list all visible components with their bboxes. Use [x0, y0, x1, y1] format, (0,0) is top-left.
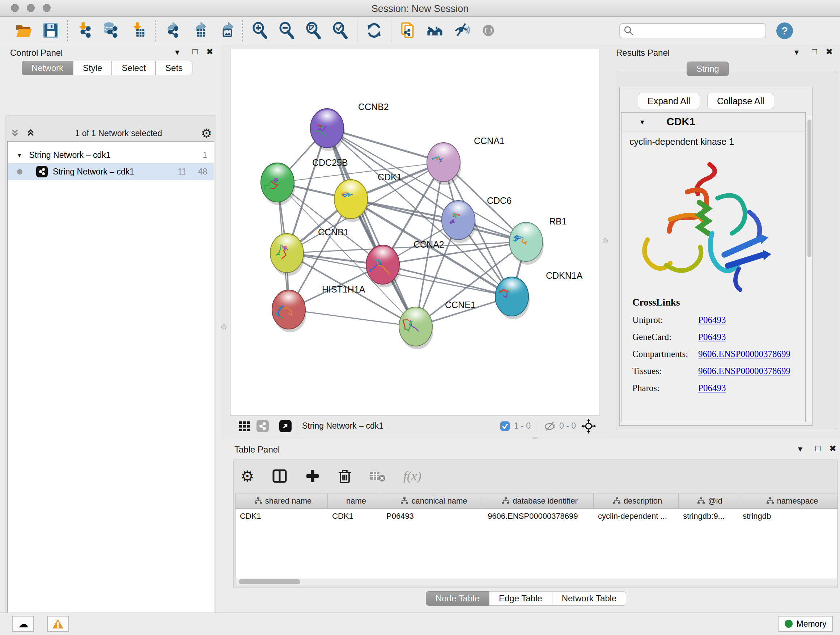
gene-collapse-icon[interactable]: ▾	[640, 118, 644, 126]
zoom-fit-content-icon[interactable]	[304, 21, 323, 40]
node-gloss	[403, 309, 428, 327]
zoom-in-icon[interactable]	[250, 21, 269, 40]
refresh-view-icon[interactable]	[365, 21, 384, 40]
cell-namespace[interactable]: stringdb	[738, 509, 838, 524]
export-image-icon[interactable]	[216, 21, 235, 40]
tab-network[interactable]: Network	[22, 61, 73, 75]
import-table-from-file-icon[interactable]	[129, 21, 148, 40]
tab-node-table[interactable]: Node Table	[426, 591, 489, 606]
table-panel-close-icon[interactable]: ✖	[829, 443, 836, 454]
crosslink-link[interactable]: P06493	[698, 332, 726, 342]
network-row[interactable]: String Network – cdk1 11 48	[8, 163, 214, 180]
copy-visual-style-icon[interactable]	[399, 21, 417, 40]
cell-database-identifier[interactable]: 9606.ENSP00000378699	[483, 509, 594, 524]
search-box[interactable]	[619, 23, 766, 38]
column-header-@id[interactable]: @id	[679, 494, 738, 508]
warnings-button[interactable]	[47, 616, 69, 632]
network-badge-gray-icon[interactable]	[256, 420, 269, 432]
crosslink-row: Uniprot:P06493	[632, 315, 805, 325]
results-scrollbar-thumb[interactable]	[807, 119, 812, 257]
search-input[interactable]	[634, 26, 757, 35]
cell-name[interactable]: CDK1	[328, 509, 382, 524]
fit-selected-crosshair-icon[interactable]	[581, 418, 596, 434]
open-in-new-window-icon[interactable]	[279, 420, 292, 432]
table-panel-float-icon[interactable]: □	[815, 443, 821, 453]
cell-description[interactable]: cyclin-dependent ...	[594, 509, 679, 524]
control-panel-collapse-icon[interactable]: ▾	[175, 47, 180, 57]
export-network-icon[interactable]	[163, 21, 182, 40]
node-gloss	[275, 235, 299, 254]
string-network-badge-icon	[36, 166, 48, 177]
control-panel-title: Control Panel	[10, 48, 63, 58]
save-session-icon[interactable]	[41, 21, 60, 40]
results-panel-close-icon[interactable]: ✖	[826, 47, 833, 57]
table-hscrollbar-thumb[interactable]	[239, 579, 300, 584]
hidden-eye-slash-icon[interactable]	[543, 421, 556, 432]
crosslink-label: GeneCard:	[632, 332, 698, 342]
crosslink-link[interactable]: 9606.ENSP00000378699	[698, 366, 790, 376]
add-column-icon[interactable]	[305, 469, 320, 484]
edge-HIST1H1A-CCNE1[interactable]	[289, 310, 416, 326]
crosslink-link[interactable]: 9606.ENSP00000378699	[698, 349, 790, 359]
cell-shared-name[interactable]: CDK1	[235, 509, 328, 524]
import-network-from-database-icon[interactable]	[102, 21, 121, 40]
column-header-name[interactable]: name	[328, 494, 382, 508]
cell-canonical-name[interactable]: P06493	[382, 509, 483, 524]
network-options-gear-icon[interactable]: ⚙	[201, 128, 212, 139]
node-table[interactable]: shared namenamecanonical namedatabase id…	[235, 493, 838, 579]
column-header-namespace[interactable]: namespace	[738, 494, 838, 508]
open-session-icon[interactable]	[14, 21, 33, 40]
grid-view-icon[interactable]	[238, 420, 251, 432]
collapse-all-icon[interactable]	[9, 128, 20, 139]
expand-all-icon[interactable]	[25, 128, 36, 139]
cloud-icon: ☁	[18, 618, 28, 630]
node-gloss	[370, 247, 395, 265]
first-neighbors-icon[interactable]	[425, 21, 444, 40]
cloud-status-button[interactable]: ☁	[12, 616, 34, 632]
hide-selected-icon[interactable]	[452, 21, 471, 40]
tab-style[interactable]: Style	[73, 61, 112, 75]
memory-button[interactable]: Memory	[778, 616, 833, 632]
collection-expand-icon[interactable]: ▾	[18, 151, 21, 159]
tab-select[interactable]: Select	[112, 61, 156, 75]
tab-sets[interactable]: Sets	[156, 61, 193, 75]
crosslink-link[interactable]: P06493	[698, 315, 726, 325]
results-panel-float-icon[interactable]: □	[812, 46, 817, 57]
zoom-selected-icon[interactable]	[331, 21, 349, 40]
zoom-out-icon[interactable]	[277, 21, 296, 40]
table-panel-collapse-icon[interactable]: ▾	[798, 444, 802, 454]
selected-checkbox-icon[interactable]	[500, 421, 510, 432]
gene-entry-header[interactable]: ▾ CDK1	[622, 112, 805, 131]
column-header-database-identifier[interactable]: database identifier	[483, 494, 594, 508]
crosslink-link[interactable]: P06493	[698, 383, 726, 393]
export-table-icon[interactable]	[189, 21, 208, 40]
network-collection-row[interactable]: ▾ String Network – cdk1 1	[8, 147, 214, 163]
network-view-canvas[interactable]: CCNB2CCNA1CDC25BCDK1CDC6RB1CCNB1CCNA2CDK…	[231, 49, 600, 416]
control-panel-close-icon[interactable]: ✖	[206, 47, 213, 57]
table-hscrollbar[interactable]	[236, 578, 837, 585]
delete-column-icon[interactable]	[338, 468, 352, 484]
function-builder-icon[interactable]: f(x)	[403, 469, 422, 484]
cell-@id[interactable]: stringdb:9...	[679, 509, 738, 524]
window-titlebar: Session: New Session	[0, 0, 840, 17]
expand-all-button[interactable]: Expand All	[638, 93, 700, 109]
tab-network-table[interactable]: Network Table	[552, 591, 627, 606]
help-button[interactable]: ?	[776, 22, 793, 39]
column-header-description[interactable]: description	[594, 494, 679, 508]
left-splitter-handle[interactable]	[221, 325, 226, 329]
column-header-shared-name[interactable]: shared name	[235, 494, 328, 508]
right-splitter-handle[interactable]	[603, 238, 608, 243]
import-network-from-file-icon[interactable]	[75, 21, 94, 40]
table-row[interactable]: CDK1CDK1P064939606.ENSP00000378699cyclin…	[235, 509, 837, 524]
show-columns-icon[interactable]	[272, 468, 287, 484]
tab-string[interactable]: String	[687, 62, 729, 76]
table-settings-gear-icon[interactable]: ⚙	[240, 467, 254, 485]
results-panel-title: Results Panel	[616, 48, 669, 58]
column-header-canonical-name[interactable]: canonical name	[382, 494, 483, 508]
results-panel-collapse-icon[interactable]: ▾	[794, 47, 799, 57]
control-panel-float-icon[interactable]: □	[193, 46, 198, 57]
delete-table-icon[interactable]	[369, 470, 386, 483]
tab-edge-table[interactable]: Edge Table	[489, 591, 552, 606]
collapse-all-button[interactable]: Collapse All	[707, 93, 774, 109]
show-all-icon[interactable]	[479, 21, 498, 40]
